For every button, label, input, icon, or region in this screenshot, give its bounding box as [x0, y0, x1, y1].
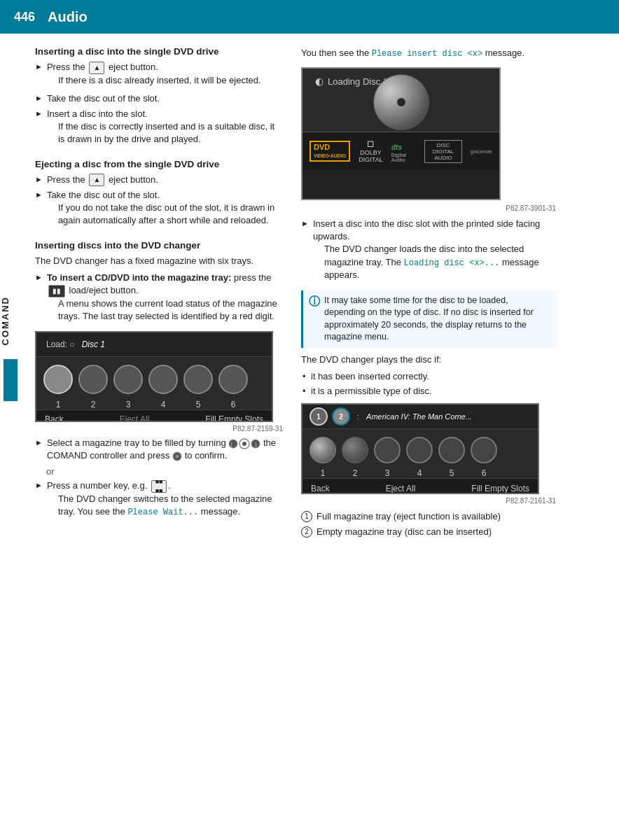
tray-num-4: 4 — [148, 400, 178, 410]
tray-top-bar: Load: ○ Disc 1 — [36, 332, 272, 357]
bullet-sub-text: If the disc is correctly inserted and is… — [58, 120, 283, 146]
page-number: 446 — [14, 10, 35, 24]
dvd-dts-icon: dts Digital Audio — [391, 140, 417, 162]
sidebar-label: COMAND — [0, 296, 21, 346]
svg-text:{: { — [230, 441, 232, 447]
right-column: You then see the Please insert disc <x> … — [294, 46, 567, 542]
tray-eject-all-btn: Eject All — [120, 414, 150, 422]
right-intro: You then see the Please insert disc <x> … — [301, 46, 556, 60]
load-eject-icon: ▮▮ — [48, 285, 65, 298]
bullet-arrow: ► — [35, 480, 43, 491]
tray2-slot-4 — [406, 437, 433, 463]
tray-image-left: Load: ○ Disc 1 1 2 3 4 5 6 — [35, 331, 273, 422]
svg-text:}: } — [255, 441, 257, 447]
tray2-num-5: 5 — [438, 468, 465, 478]
section3-intro: The DVD changer has a fixed magazine wit… — [35, 255, 283, 267]
tray2-bottom-bar: Back Eject All Fill Empty Slots — [302, 478, 538, 494]
bullet-arrow: ► — [35, 438, 43, 448]
dts-label: Digital Audio — [391, 153, 417, 162]
tray-slot-6 — [218, 365, 248, 394]
eject-button-icon: ▲ — [89, 62, 104, 74]
annotation-num-2: 2 — [301, 526, 312, 538]
controller-left-icon: { — [228, 439, 238, 449]
svg-point-3 — [242, 442, 246, 446]
bullet-sub-text: The DVD changer loads the disc into the … — [324, 243, 556, 281]
or-text: or — [46, 466, 283, 477]
tray-num-1: 1 — [43, 400, 73, 410]
tray-back-btn: Back — [45, 414, 64, 422]
dvd-dolby-icon: ☐DOLBYDIGITAL — [359, 140, 382, 163]
bullet-sub-text: If there is a disc already inserted, it … — [58, 74, 283, 87]
tray-fill-slots-btn: Fill Empty Slots — [205, 414, 263, 422]
bullet-text: Press the ▲ eject button. — [47, 174, 283, 187]
tray-slot-5 — [183, 365, 213, 394]
tray-num-5: 5 — [183, 400, 213, 410]
svg-text:dts: dts — [391, 144, 402, 151]
bullet-eject-1: ► Press the ▲ eject button. If there is … — [35, 61, 283, 90]
bullet-text: Press the ▲ eject button. If there is a … — [47, 61, 283, 90]
tray-ref-right: P82.87-2161-31 — [301, 497, 556, 505]
tray2-num-1: 1 — [310, 468, 336, 478]
tray-bottom-bar: Back Eject All Fill Empty Slots — [36, 410, 272, 422]
dvd-disc-image — [373, 74, 429, 130]
bullet-sub-text: The DVD changer switches to the selected… — [58, 493, 283, 519]
bullet-insert-disc: ► Insert a disc into the slot. If the di… — [35, 108, 283, 149]
tray2-circle-2: 2 — [332, 407, 350, 426]
plays-if-heading: The DVD changer plays the disc if: — [301, 354, 556, 366]
tray2-slot-disc-2 — [342, 437, 368, 463]
annotation-text-2: Empty magazine tray (disc can be inserte… — [317, 526, 492, 538]
confirm-button-icon — [172, 451, 182, 461]
tray-slot-2 — [78, 365, 108, 394]
tray2-eject-all-btn: Eject All — [386, 484, 416, 493]
tray2-num-2: 2 — [342, 468, 368, 478]
num-key-icon: ■■■■ — [151, 480, 167, 493]
tray-slot-4 — [148, 365, 178, 394]
dvd-gracenote-icon: gracenote — [471, 149, 492, 154]
bullet-text: Select a magazine tray to be filled by t… — [47, 437, 283, 462]
controller-ring-icon — [239, 438, 250, 449]
tray-num-2: 2 — [78, 400, 108, 410]
bullet-arrow: ► — [35, 190, 43, 200]
loading-clock-icon: ◐ — [315, 76, 324, 87]
please-insert-code: Please insert disc <x> — [372, 49, 482, 59]
bullet-take-disc: ► Take the disc out of the slot. — [35, 92, 283, 105]
page-title: Audio — [48, 9, 88, 25]
plays-if-2: it is a permissible type of disc. — [301, 385, 556, 398]
dvd-cd-icon: DISCDIGITAL AUDIO — [424, 140, 462, 163]
tray2-separator: : — [357, 412, 359, 421]
section1-heading: Inserting a disc into the single DVD dri… — [35, 46, 283, 57]
plays-if-1: it has been inserted correctly. — [301, 370, 556, 383]
tray-num-3: 3 — [113, 400, 143, 410]
bullet-insert-cd: ► To insert a CD/DVD into the magazine t… — [35, 272, 283, 326]
bullet-arrow: ► — [35, 93, 43, 104]
bullet-sub-text: A menu shows the current load status of … — [58, 298, 283, 323]
tray2-slot-disc-1 — [310, 437, 336, 463]
tray2-circle-1: 1 — [310, 407, 328, 426]
eject-button-icon-2: ▲ — [89, 174, 104, 186]
dts-logo: dts — [391, 140, 412, 154]
bullet-take-disc-2: ► Take the disc out of the slot. If you … — [35, 189, 283, 230]
tray2-slots — [302, 429, 538, 471]
bullet-sub-text: If you do not take the disc out of the s… — [58, 202, 283, 227]
annotation-1: 1 Full magazine tray (eject function is … — [301, 510, 556, 523]
bullet-eject-2: ► Press the ▲ eject button. — [35, 174, 283, 187]
tray2-slot-6 — [471, 437, 497, 463]
dvd-disc-hole — [397, 98, 405, 106]
bullet-arrow: ► — [35, 62, 43, 72]
annotation-2: 2 Empty magazine tray (disc can be inser… — [301, 526, 556, 538]
annotation-num-1: 1 — [301, 511, 312, 522]
left-column: Inserting a disc into the single DVD dri… — [21, 46, 294, 542]
tray-image-right: 1 2 : American IV: The Man Come... 1 2 — [301, 403, 539, 494]
tray2-numbers: 1 2 3 4 5 6 — [302, 468, 538, 478]
info-box: ⓘ It may take some time for the disc to … — [301, 290, 556, 348]
bullet-num-key: ► Press a number key, e.g. ■■■■. The DVD… — [35, 479, 283, 522]
controller-right-icon: } — [251, 439, 260, 449]
bullet-arrow: ► — [35, 108, 43, 119]
dvd-ref: P82.87-3901-31 — [301, 204, 556, 212]
bullet-arrow: ► — [301, 218, 309, 229]
tray-ref-left: P82.87-2159-31 — [35, 425, 283, 433]
bullet-text: Insert a disc into the slot. If the disc… — [47, 108, 283, 149]
bullet-select-tray: ► Select a magazine tray to be filled by… — [35, 437, 283, 462]
svg-point-7 — [176, 454, 179, 458]
tray2-num-6: 6 — [471, 468, 497, 478]
